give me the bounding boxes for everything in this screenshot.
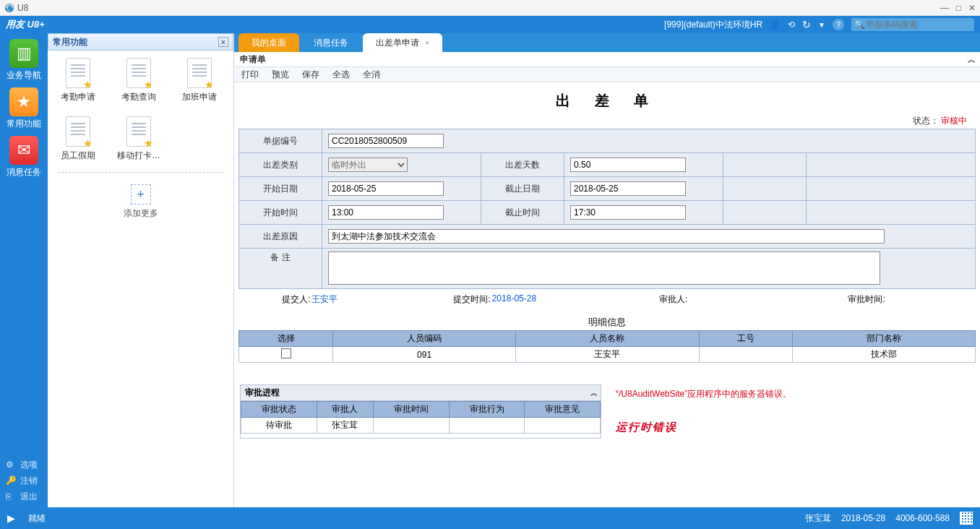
tab-messages[interactable]: 消息任务 — [301, 33, 361, 52]
rail-options[interactable]: ⚙选项 — [6, 457, 42, 473]
reason-label: 出差原因 — [239, 225, 322, 249]
trip-form: 单据编号 出差类别 临时外出 出差天数 开始日期 截止日期 — [238, 129, 976, 289]
table-row: 091 王安平 技术部 — [239, 347, 976, 363]
user-icon[interactable]: 👤 — [770, 20, 781, 30]
collapse-icon[interactable]: ︽ — [968, 54, 974, 65]
fav-item[interactable]: ★考勤查询 — [117, 58, 160, 103]
favorites-panel: 常用功能 × ★考勤申请 ★考勤查询 ★加班申请 ★员工假期 ★移动打卡… + … — [48, 33, 234, 507]
rail-nav-label: 业务导航 — [7, 69, 41, 82]
form-title: 出 差 单 — [238, 91, 976, 111]
preview-button[interactable]: 预览 — [272, 69, 289, 81]
fav-item[interactable]: ★员工假期 — [56, 116, 100, 162]
plus-icon: + — [131, 184, 151, 205]
star-icon: ★ — [9, 87, 38, 116]
sub-header: 申请单 ︽ — [234, 52, 980, 66]
status-user: 张宝茸 — [805, 512, 831, 525]
tab-strip: 我的桌面 消息任务 出差单申请× — [234, 33, 980, 52]
barcode-search-input[interactable] — [851, 18, 974, 31]
help-icon[interactable]: ? — [833, 19, 844, 30]
rail-nav[interactable]: ▥ 业务导航 — [7, 39, 41, 82]
fav-item[interactable]: ★考勤申请 — [56, 58, 100, 103]
type-select[interactable]: 临时外出 — [328, 158, 408, 172]
maximize-button[interactable]: □ — [956, 3, 961, 13]
tab-close-icon[interactable]: × — [425, 38, 429, 47]
col-code: 人员编码 — [333, 331, 516, 347]
col-apopinion: 审批意见 — [525, 402, 601, 418]
document-icon: ★ — [126, 58, 151, 88]
rail-messages[interactable]: ✉ 消息任务 — [7, 136, 41, 179]
search-icon: 🔍 — [854, 20, 865, 30]
status-date: 2018-05-28 — [841, 513, 885, 523]
ie-icon — [4, 3, 14, 13]
deselect-button[interactable]: 全消 — [363, 69, 380, 81]
form-toolbar: 打印 预览 保存 全选 全消 — [234, 66, 980, 82]
rail-favorites[interactable]: ★ 常用功能 — [7, 87, 41, 130]
app-logo: 用友 U8+ — [6, 18, 45, 31]
days-input[interactable] — [570, 158, 686, 172]
remark-label: 备 注 — [239, 249, 322, 289]
cell-name: 王安平 — [516, 347, 699, 363]
table-row: 待审批 张宝茸 — [241, 418, 601, 434]
rail-logout[interactable]: 🔑注销 — [6, 473, 42, 489]
cell-code: 091 — [333, 347, 516, 363]
save-button[interactable]: 保存 — [302, 69, 319, 81]
topbar-dropdown-icon[interactable]: ▼ — [818, 21, 825, 29]
org-label[interactable]: [999](default)中法环境HR — [664, 19, 762, 31]
favorites-title: 常用功能 — [53, 36, 87, 48]
pin-icon[interactable]: ▶ — [7, 512, 15, 524]
col-apstatus: 审批状态 — [241, 402, 317, 418]
document-icon: ★ — [126, 116, 151, 147]
submit-info-row: 提交人:王安平 提交时间:2018-05-28 审批人: 审批时间: — [238, 289, 976, 313]
starttime-input[interactable] — [328, 205, 444, 220]
window-titlebar: U8 — □ ✕ — [0, 0, 980, 16]
col-dept: 部门名称 — [792, 331, 975, 347]
favorites-header: 常用功能 × — [48, 33, 233, 51]
left-rail: ▥ 业务导航 ★ 常用功能 ✉ 消息任务 ⚙选项 🔑注销 ⎘退出 — [0, 33, 48, 507]
remark-textarea[interactable] — [328, 251, 880, 285]
col-apperson: 审批人 — [317, 402, 374, 418]
row-checkbox[interactable] — [281, 348, 291, 358]
approval-collapse-icon[interactable]: ︽ — [590, 388, 596, 398]
submittime-value: 2018-05-28 — [492, 293, 536, 306]
endtime-label: 截止时间 — [481, 201, 564, 225]
detail-title: 明细信息 — [238, 316, 976, 329]
favorites-close-icon[interactable]: × — [218, 37, 228, 47]
close-button[interactable]: ✕ — [968, 3, 976, 13]
minimize-button[interactable]: — — [940, 3, 949, 13]
print-button[interactable]: 打印 — [241, 69, 259, 81]
type-label: 出差类别 — [239, 153, 322, 177]
key-icon: 🔑 — [6, 476, 16, 486]
startdate-label: 开始日期 — [239, 177, 322, 201]
sub-header-title: 申请单 — [240, 53, 266, 66]
enddate-input[interactable] — [570, 181, 686, 196]
col-select: 选择 — [239, 331, 333, 347]
rail-exit[interactable]: ⎘退出 — [6, 489, 42, 504]
docno-input[interactable] — [328, 134, 444, 148]
status-value: 审核中 — [941, 116, 967, 126]
divider — [58, 172, 223, 173]
cell-dept: 技术部 — [792, 347, 975, 363]
app-topbar: 用友 U8+ [999](default)中法环境HR 👤 ⟲ ↻ ▼ ? 🔍 — [0, 16, 980, 33]
col-apaction: 审批行为 — [449, 402, 525, 418]
qr-icon[interactable] — [960, 512, 973, 525]
fav-item[interactable]: ★移动打卡… — [117, 116, 160, 162]
fav-item[interactable]: ★加班申请 — [178, 58, 221, 103]
document-icon: ★ — [187, 58, 212, 88]
col-aptime: 审批时间 — [374, 402, 450, 418]
endtime-input[interactable] — [570, 205, 686, 220]
reason-input[interactable] — [328, 229, 885, 244]
refresh-icon[interactable]: ⟲ — [788, 20, 795, 30]
status-ready: 就绪 — [28, 512, 46, 525]
tab-desktop[interactable]: 我的桌面 — [238, 33, 299, 52]
add-more-button[interactable]: + 添加更多 — [124, 184, 158, 220]
col-name: 人员名称 — [516, 331, 699, 347]
approval-title: 审批进程 — [245, 387, 280, 399]
window-title: U8 — [17, 3, 28, 13]
rail-fav-label: 常用功能 — [7, 118, 41, 130]
selectall-button[interactable]: 全选 — [332, 69, 350, 81]
gear-icon: ⚙ — [6, 460, 16, 470]
tab-trip-request[interactable]: 出差单申请× — [363, 33, 442, 52]
sync-icon[interactable]: ↻ — [802, 19, 811, 30]
docno-label: 单据编号 — [239, 129, 322, 153]
startdate-input[interactable] — [328, 181, 444, 196]
